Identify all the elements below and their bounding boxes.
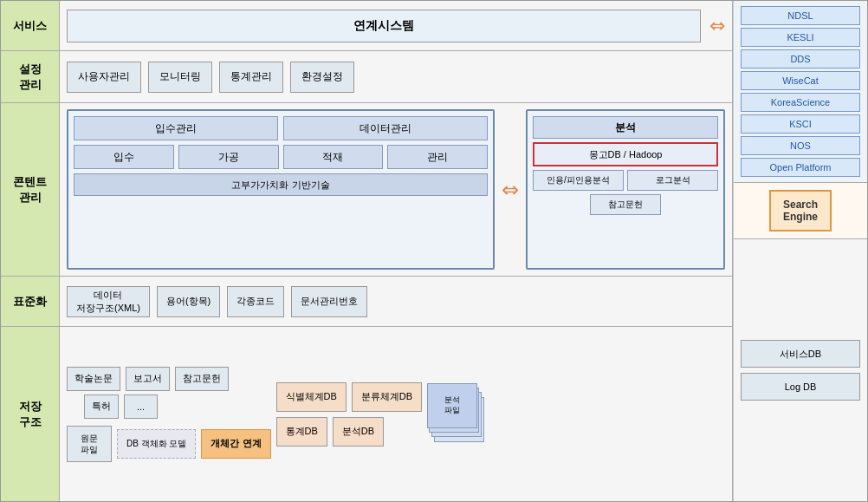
- stacked-analysis: 분석파일 분석파일 분석파일 분석파일: [427, 383, 481, 446]
- analysis-bottom: 인용/피인용분석 로그분석 참고문헌: [533, 170, 718, 215]
- arrow-right-icon: ⇔: [709, 15, 725, 37]
- storage-row: 저장구조 학술논문 보고서 참고문헌 특허 ... 원문파일 DB 객: [1, 327, 732, 501]
- storage-doc-3: 특허: [84, 394, 119, 419]
- ext-link-7: Open Platform: [741, 158, 860, 177]
- storage-bottom-row: 원문파일 DB 객체화 모델 개체간 연계: [67, 426, 271, 462]
- ext-link-3: WiseCat: [741, 71, 860, 90]
- intake-label: 입수관리: [74, 116, 278, 140]
- storage-right-stacked: 분석파일 분석파일 분석파일 분석파일: [427, 383, 481, 446]
- storage-db-0: 식별체계DB: [276, 382, 347, 412]
- analysis-title: 분석: [533, 116, 718, 139]
- storage-db-1: 분류체계DB: [352, 382, 422, 412]
- ref-box: 참고문헌: [590, 194, 661, 215]
- storage-label: 저장구조: [1, 327, 60, 501]
- std-label: 표준화: [1, 277, 60, 326]
- settings-item-0: 사용자관리: [67, 62, 141, 93]
- ext-link-2: DDS: [741, 49, 860, 68]
- stacked-box-0: 분석파일: [427, 383, 477, 428]
- content-row: 콘텐트관리 입수관리 데이터관리 입수 가공 적재 관리 고부가가치화 기반기술: [1, 103, 732, 277]
- content-right-block: 분석 몽고DB / Hadoop 인용/피인용분석 로그분석 참고문헌: [526, 109, 725, 270]
- storage-db-2: 통계DB: [276, 417, 327, 447]
- storage-db-bottom: 통계DB 분석DB: [276, 417, 423, 447]
- std-content: 데이터저장구조(XML) 용어(항목) 각종코드 문서관리번호: [60, 277, 732, 326]
- sub-item-0: 입수: [74, 145, 174, 169]
- ext-link-4: KoreaScience: [741, 93, 860, 112]
- mongo-box: 몽고DB / Hadoop: [533, 142, 718, 166]
- std-item-2: 각종코드: [227, 286, 284, 317]
- log-box: 로그분석: [627, 170, 718, 191]
- citation-box: 인용/피인용분석: [533, 170, 624, 191]
- content-mid-row: 입수 가공 적재 관리: [74, 145, 488, 169]
- content-inner: 입수관리 데이터관리 입수 가공 적재 관리 고부가가치화 기반기술 ⇔ 분석: [60, 103, 732, 276]
- sub-item-2: 적재: [283, 145, 384, 169]
- storage-docs-row: 학술논문 보고서 참고문헌: [67, 367, 271, 391]
- std-row: 표준화 데이터저장구조(XML) 용어(항목) 각종코드 문서관리번호: [1, 277, 732, 327]
- storage-left-cluster: 학술논문 보고서 참고문헌 특허 ... 원문파일 DB 객체화 모델 개체간 …: [67, 367, 271, 462]
- storage-docs2-row: 특허 ...: [84, 394, 271, 419]
- content-top-row: 입수관리 데이터관리: [74, 116, 488, 140]
- ext-link-5: KSCI: [741, 114, 860, 134]
- service-db-box: 서비스DB: [741, 340, 860, 368]
- sub-item-3: 관리: [387, 145, 488, 169]
- settings-item-2: 통계관리: [219, 62, 283, 93]
- storage-file-box: 원문파일: [67, 426, 112, 462]
- std-item-3: 문서관리번호: [291, 286, 367, 317]
- main-diagram: 서비스 연계시스템 ⇔ 설정관리 사용자관리 모니터링 통계관리 환경설정 콘텐…: [0, 0, 868, 502]
- storage-content: 학술논문 보고서 참고문헌 특허 ... 원문파일 DB 객체화 모델 개체간 …: [60, 327, 732, 501]
- content-left-block: 입수관리 데이터관리 입수 가공 적재 관리 고부가가치화 기반기술: [67, 109, 495, 270]
- service-row: 서비스 연계시스템 ⇔: [1, 1, 732, 51]
- settings-row: 설정관리 사용자관리 모니터링 통계관리 환경설정: [1, 51, 732, 103]
- storage-doc-2: 참고문헌: [175, 367, 229, 391]
- storage-doc-0: 학술논문: [67, 367, 120, 391]
- left-panel: 서비스 연계시스템 ⇔ 설정관리 사용자관리 모니터링 통계관리 환경설정 콘텐…: [1, 1, 733, 501]
- storage-doc-1: 보고서: [126, 367, 170, 391]
- right-panel: NDSL KESLI DDS WiseCat KoreaScience KSCI…: [733, 1, 867, 501]
- analysis-row1: 인용/피인용분석 로그분석: [533, 170, 718, 191]
- search-engine-box: Search Engine: [769, 190, 832, 231]
- ext-link-0: NDSL: [741, 6, 860, 25]
- settings-item-1: 모니터링: [148, 62, 212, 93]
- service-label: 서비스: [1, 1, 60, 50]
- std-item-1: 용어(항목): [157, 286, 220, 317]
- external-links-section: NDSL KESLI DDS WiseCat KoreaScience KSCI…: [734, 1, 867, 183]
- sub-item-1: 가공: [178, 145, 279, 169]
- storage-doc-4: ...: [124, 394, 158, 419]
- std-item-0: 데이터저장구조(XML): [67, 286, 150, 317]
- storage-db-3: 분석DB: [333, 417, 384, 447]
- storage-link-box: 개체간 연계: [201, 429, 270, 459]
- service-content: 연계시스템 ⇔: [60, 1, 732, 50]
- ext-link-1: KESLI: [741, 28, 860, 47]
- search-engine-line2: Engine: [783, 211, 818, 223]
- storage-middle-cluster: 식별체계DB 분류체계DB 통계DB 분석DB: [276, 382, 423, 447]
- right-storage-section: 서비스DB Log DB: [734, 239, 867, 501]
- data-label: 데이터관리: [283, 116, 488, 140]
- base-tech-label: 고부가가치화 기반기술: [74, 173, 488, 196]
- ref-row: 참고문헌: [533, 194, 718, 215]
- settings-label: 설정관리: [1, 51, 60, 102]
- settings-content: 사용자관리 모니터링 통계관리 환경설정: [60, 51, 732, 102]
- storage-db-top: 식별체계DB 분류체계DB: [276, 382, 423, 412]
- ext-link-6: NOS: [741, 136, 860, 155]
- search-engine-section: Search Engine: [734, 183, 867, 239]
- log-db-box: Log DB: [741, 373, 860, 401]
- linked-system-box: 연계시스템: [67, 10, 701, 42]
- storage-model-box: DB 객체화 모델: [117, 429, 196, 459]
- search-engine-line1: Search: [783, 199, 818, 211]
- content-label: 콘텐트관리: [1, 103, 60, 276]
- settings-item-3: 환경설정: [290, 62, 354, 93]
- content-middle-arrow: ⇔: [502, 178, 519, 202]
